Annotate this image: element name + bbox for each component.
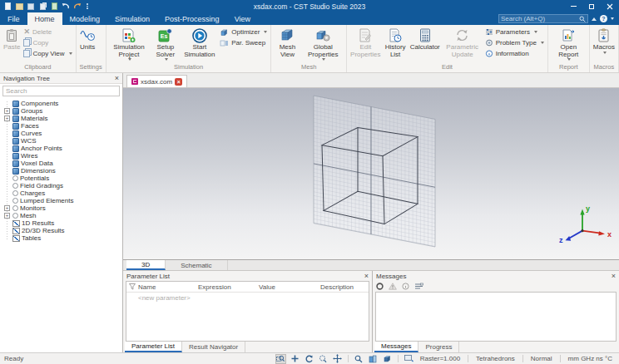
units-button[interactable]: Units <box>78 26 97 64</box>
macros-button[interactable]: Macros <box>592 26 617 64</box>
minimize-button[interactable] <box>564 0 582 12</box>
global-properties-button[interactable]: Global Properties <box>301 26 344 64</box>
tab-parameter-list[interactable]: Parameter List <box>125 342 182 352</box>
tree-item-2d3d-results[interactable]: 2D/3D Results <box>3 227 122 234</box>
search-input[interactable] <box>501 15 579 22</box>
tree-item-monitors[interactable]: Monitors <box>3 204 122 212</box>
ribbon-search[interactable] <box>498 14 588 23</box>
tree-item-curves[interactable]: Curves <box>3 130 122 137</box>
status-mesh-cells[interactable]: Tetrahedrons <box>473 355 517 362</box>
status-raster[interactable]: Raster=1.000 <box>418 355 463 362</box>
tree-item-components[interactable]: Components <box>3 100 122 107</box>
column-description[interactable]: Description <box>320 283 369 291</box>
column-name[interactable]: Name <box>138 283 198 291</box>
message-filter-icon[interactable] <box>414 283 423 290</box>
close-button[interactable] <box>601 0 619 12</box>
setup-solver-button[interactable]: Es Setup Solver <box>150 26 181 64</box>
column-value[interactable]: Value <box>259 283 320 291</box>
paste-button[interactable]: Paste <box>2 26 22 64</box>
tree-search-box[interactable] <box>2 86 120 96</box>
export-icon[interactable] <box>50 2 58 11</box>
tree-item-lumped-elements[interactable]: Lumped Elements <box>3 197 122 204</box>
tree-item-wcs[interactable]: WCS <box>3 137 122 145</box>
new-parameter-row[interactable]: <new parameter> <box>126 293 369 303</box>
info-filter-icon[interactable] <box>402 283 409 290</box>
viewport-3d[interactable]: y x z <box>123 88 619 260</box>
document-tab[interactable]: xsdax.com × <box>126 75 187 87</box>
tree-item-potentials[interactable]: Potentials <box>3 175 122 182</box>
expand-icon[interactable] <box>4 213 10 219</box>
filter-icon[interactable] <box>129 283 136 290</box>
start-simulation-button[interactable]: Start Simulation <box>181 26 218 64</box>
tree-item-charges[interactable]: Charges <box>3 189 122 197</box>
tree-item-wires[interactable]: Wires <box>3 152 122 160</box>
tab-result-navigator[interactable]: Result Navigator <box>182 342 245 352</box>
maximize-button[interactable] <box>582 0 601 12</box>
parameter-list-close-icon[interactable]: × <box>364 273 369 280</box>
tab-home[interactable]: Home <box>27 12 62 25</box>
status-mode[interactable]: Normal <box>528 355 555 362</box>
move-tool-icon[interactable] <box>290 354 300 364</box>
pan-tool-icon[interactable] <box>332 354 343 364</box>
navigation-tree-close-icon[interactable]: × <box>115 75 119 82</box>
copy-view-button[interactable]: Copy View <box>23 49 72 58</box>
zoom-select-tool-icon[interactable] <box>275 354 286 364</box>
tab-view[interactable]: View <box>227 12 258 25</box>
expand-icon[interactable] <box>4 116 10 121</box>
document-tab-close-icon[interactable]: × <box>175 78 182 86</box>
tab-messages[interactable]: Messages <box>374 342 418 352</box>
help-icon[interactable]: ? <box>600 15 607 22</box>
mesh-view-button[interactable]: Mesh View <box>273 26 301 64</box>
column-expression[interactable]: Expression <box>198 283 259 291</box>
new-file-icon[interactable] <box>3 2 12 11</box>
zoom-tool-icon[interactable] <box>354 354 364 364</box>
delete-button[interactable]: ✕ Delete <box>23 27 72 37</box>
qat-overflow-icon[interactable] <box>87 3 88 9</box>
expand-icon[interactable] <box>4 108 10 114</box>
zoom-lasso-tool-icon[interactable] <box>318 354 329 364</box>
problem-type-button[interactable]: Problem Type <box>485 38 544 47</box>
tree-item-field-gradings[interactable]: Field Gradings <box>3 182 122 189</box>
expand-icon[interactable] <box>4 205 10 211</box>
save-icon[interactable] <box>27 2 35 11</box>
tab-3d[interactable]: 3D <box>126 260 166 270</box>
tree-item-faces[interactable]: Faces <box>3 122 122 130</box>
tree-item-voxel-data[interactable]: Voxel Data <box>3 160 122 167</box>
bounding-box-icon[interactable] <box>382 354 393 364</box>
parameters-button[interactable]: Parameters <box>485 27 544 37</box>
raster-settings-icon[interactable] <box>404 354 414 364</box>
tab-file[interactable]: File <box>0 12 27 25</box>
edit-properties-button[interactable]: Edit Properties <box>349 26 382 64</box>
tab-modeling[interactable]: Modeling <box>62 12 108 25</box>
tree-item-groups[interactable]: Groups <box>3 107 122 115</box>
component-view-icon[interactable] <box>368 354 379 364</box>
errors-filter-icon[interactable] <box>376 283 384 290</box>
tab-post-processing[interactable]: Post-Processing <box>157 12 227 25</box>
tree-item-materials[interactable]: Materials <box>3 115 122 122</box>
tree-item-anchor-points[interactable]: Anchor Points <box>3 145 122 152</box>
information-button[interactable]: Information <box>485 49 544 58</box>
optimizer-button[interactable]: Optimizer <box>220 27 267 37</box>
tab-schematic[interactable]: Schematic <box>166 260 227 270</box>
tree-item-dimensions[interactable]: Dimensions <box>3 167 122 175</box>
tab-simulation[interactable]: Simulation <box>107 12 157 25</box>
par-sweep-button[interactable]: Par. Sweep <box>220 38 267 47</box>
tree-search-input[interactable] <box>6 87 116 95</box>
redo-icon[interactable] <box>73 2 82 11</box>
tree-item-tables[interactable]: Tables <box>3 234 122 242</box>
calculator-button[interactable]: Calculator <box>409 26 442 64</box>
warnings-filter-icon[interactable] <box>389 283 397 290</box>
tab-progress[interactable]: Progress <box>418 342 459 352</box>
collapse-ribbon-icon[interactable] <box>592 17 597 21</box>
help-dropdown-icon[interactable] <box>611 17 614 20</box>
copy-button[interactable]: Copy <box>23 38 72 47</box>
messages-close-icon[interactable]: × <box>612 273 616 280</box>
copy-icon[interactable] <box>38 2 47 11</box>
parametric-update-button[interactable]: Parametric Update <box>442 26 483 64</box>
rotate-tool-icon[interactable] <box>304 354 314 364</box>
tree-item-mesh[interactable]: Mesh <box>3 212 122 219</box>
open-report-button[interactable]: Open Report <box>550 26 587 64</box>
history-list-button[interactable]: History List <box>383 26 409 64</box>
status-units[interactable]: mm GHz ns °C <box>566 355 615 362</box>
tree-item-1d-results[interactable]: 1D Results <box>3 219 122 227</box>
